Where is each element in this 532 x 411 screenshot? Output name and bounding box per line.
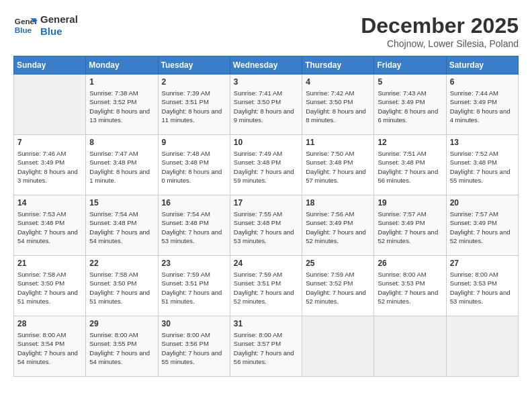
calendar-cell: 4Sunrise: 7:42 AMSunset: 3:50 PMDaylight…: [302, 75, 374, 135]
calendar-cell: 1Sunrise: 7:38 AMSunset: 3:52 PMDaylight…: [86, 75, 158, 135]
calendar-week-row: 7Sunrise: 7:46 AMSunset: 3:49 PMDaylight…: [14, 135, 519, 195]
day-info: Sunrise: 8:00 AMSunset: 3:53 PMDaylight:…: [378, 270, 442, 306]
day-number: 31: [234, 319, 298, 328]
calendar-cell: [302, 316, 374, 377]
calendar-cell: 31Sunrise: 8:00 AMSunset: 3:57 PMDayligh…: [230, 316, 302, 377]
day-info: Sunrise: 7:59 AMSunset: 3:51 PMDaylight:…: [234, 270, 298, 306]
day-number: 3: [234, 77, 298, 87]
day-number: 29: [89, 319, 154, 328]
day-info: Sunrise: 7:57 AMSunset: 3:49 PMDaylight:…: [450, 210, 515, 245]
weekday-header-tuesday: Tuesday: [158, 56, 230, 75]
calendar-cell: 27Sunrise: 8:00 AMSunset: 3:53 PMDayligh…: [446, 256, 518, 316]
weekday-header-thursday: Thursday: [302, 56, 374, 75]
logo-line2: Blue: [40, 26, 78, 38]
day-number: 16: [162, 198, 226, 208]
day-info: Sunrise: 8:00 AMSunset: 3:57 PMDaylight:…: [234, 330, 298, 366]
day-info: Sunrise: 7:44 AMSunset: 3:49 PMDaylight:…: [450, 89, 515, 124]
calendar-cell: 16Sunrise: 7:54 AMSunset: 3:48 PMDayligh…: [158, 195, 230, 256]
day-number: 7: [17, 138, 82, 147]
day-info: Sunrise: 7:52 AMSunset: 3:48 PMDaylight:…: [450, 149, 515, 185]
calendar-cell: 22Sunrise: 7:58 AMSunset: 3:50 PMDayligh…: [86, 256, 158, 316]
svg-text:Blue: Blue: [15, 26, 32, 34]
weekday-header-saturday: Saturday: [446, 56, 518, 75]
logo-icon: General Blue: [13, 13, 38, 38]
day-number: 22: [89, 259, 154, 268]
day-info: Sunrise: 8:00 AMSunset: 3:55 PMDaylight:…: [89, 330, 154, 366]
calendar-cell: 7Sunrise: 7:46 AMSunset: 3:49 PMDaylight…: [14, 135, 86, 195]
day-info: Sunrise: 7:48 AMSunset: 3:48 PMDaylight:…: [162, 149, 226, 185]
day-number: 8: [89, 138, 154, 147]
month-title: December 2025: [361, 13, 519, 38]
calendar-cell: 8Sunrise: 7:47 AMSunset: 3:48 PMDaylight…: [86, 135, 158, 195]
calendar-cell: 17Sunrise: 7:55 AMSunset: 3:48 PMDayligh…: [230, 195, 302, 256]
day-info: Sunrise: 8:00 AMSunset: 3:56 PMDaylight:…: [162, 330, 226, 366]
day-info: Sunrise: 7:59 AMSunset: 3:51 PMDaylight:…: [162, 270, 226, 306]
calendar-cell: 14Sunrise: 7:53 AMSunset: 3:48 PMDayligh…: [14, 195, 86, 256]
calendar-cell: 24Sunrise: 7:59 AMSunset: 3:51 PMDayligh…: [230, 256, 302, 316]
calendar-cell: 29Sunrise: 8:00 AMSunset: 3:55 PMDayligh…: [86, 316, 158, 377]
day-info: Sunrise: 7:47 AMSunset: 3:48 PMDaylight:…: [89, 149, 154, 185]
day-info: Sunrise: 7:46 AMSunset: 3:49 PMDaylight:…: [17, 149, 82, 185]
calendar-cell: 20Sunrise: 7:57 AMSunset: 3:49 PMDayligh…: [446, 195, 518, 256]
day-info: Sunrise: 7:51 AMSunset: 3:48 PMDaylight:…: [378, 149, 442, 185]
day-number: 25: [306, 259, 370, 268]
day-number: 30: [162, 319, 226, 328]
title-area: December 2025 Chojnow, Lower Silesia, Po…: [361, 13, 519, 49]
day-number: 14: [17, 198, 82, 208]
calendar-cell: 11Sunrise: 7:50 AMSunset: 3:48 PMDayligh…: [302, 135, 374, 195]
calendar-cell: 2Sunrise: 7:39 AMSunset: 3:51 PMDaylight…: [158, 75, 230, 135]
day-info: Sunrise: 7:54 AMSunset: 3:48 PMDaylight:…: [89, 210, 154, 245]
day-number: 27: [450, 259, 515, 268]
logo: General Blue General Blue: [13, 13, 78, 38]
header: General Blue General Blue December 2025 …: [13, 13, 519, 49]
weekday-header-sunday: Sunday: [14, 56, 86, 75]
day-info: Sunrise: 7:58 AMSunset: 3:50 PMDaylight:…: [89, 270, 154, 306]
calendar-cell: 25Sunrise: 7:59 AMSunset: 3:52 PMDayligh…: [302, 256, 374, 316]
day-info: Sunrise: 7:57 AMSunset: 3:49 PMDaylight:…: [378, 210, 442, 245]
day-number: 23: [162, 259, 226, 268]
weekday-header-wednesday: Wednesday: [230, 56, 302, 75]
day-number: 28: [17, 319, 82, 328]
day-number: 5: [378, 77, 442, 87]
calendar-week-row: 1Sunrise: 7:38 AMSunset: 3:52 PMDaylight…: [14, 75, 519, 135]
calendar-cell: 3Sunrise: 7:41 AMSunset: 3:50 PMDaylight…: [230, 75, 302, 135]
day-info: Sunrise: 7:38 AMSunset: 3:52 PMDaylight:…: [89, 89, 154, 124]
day-info: Sunrise: 7:50 AMSunset: 3:48 PMDaylight:…: [306, 149, 370, 185]
calendar-cell: 28Sunrise: 8:00 AMSunset: 3:54 PMDayligh…: [14, 316, 86, 377]
calendar-week-row: 21Sunrise: 7:58 AMSunset: 3:50 PMDayligh…: [14, 256, 519, 316]
day-number: 17: [234, 198, 298, 208]
weekday-header-monday: Monday: [86, 56, 158, 75]
calendar-week-row: 28Sunrise: 8:00 AMSunset: 3:54 PMDayligh…: [14, 316, 519, 377]
calendar-cell: 12Sunrise: 7:51 AMSunset: 3:48 PMDayligh…: [374, 135, 446, 195]
calendar-cell: 15Sunrise: 7:54 AMSunset: 3:48 PMDayligh…: [86, 195, 158, 256]
calendar-cell: 21Sunrise: 7:58 AMSunset: 3:50 PMDayligh…: [14, 256, 86, 316]
day-info: Sunrise: 7:58 AMSunset: 3:50 PMDaylight:…: [17, 270, 82, 306]
day-number: 9: [162, 138, 226, 147]
day-number: 12: [378, 138, 442, 147]
calendar-cell: 9Sunrise: 7:48 AMSunset: 3:48 PMDaylight…: [158, 135, 230, 195]
location-subtitle: Chojnow, Lower Silesia, Poland: [361, 38, 519, 49]
day-number: 6: [450, 77, 515, 87]
calendar-cell: [374, 316, 446, 377]
calendar-week-row: 14Sunrise: 7:53 AMSunset: 3:48 PMDayligh…: [14, 195, 519, 256]
day-number: 26: [378, 259, 442, 268]
day-info: Sunrise: 7:43 AMSunset: 3:49 PMDaylight:…: [378, 89, 442, 124]
day-info: Sunrise: 7:53 AMSunset: 3:48 PMDaylight:…: [17, 210, 82, 245]
day-number: 24: [234, 259, 298, 268]
day-number: 20: [450, 198, 515, 208]
day-number: 13: [450, 138, 515, 147]
day-number: 1: [89, 77, 154, 87]
day-info: Sunrise: 8:00 AMSunset: 3:54 PMDaylight:…: [17, 330, 82, 366]
day-info: Sunrise: 7:54 AMSunset: 3:48 PMDaylight:…: [162, 210, 226, 245]
weekday-header-friday: Friday: [374, 56, 446, 75]
weekday-header-row: SundayMondayTuesdayWednesdayThursdayFrid…: [14, 56, 519, 75]
day-number: 19: [378, 198, 442, 208]
calendar-cell: [446, 316, 518, 377]
day-info: Sunrise: 8:00 AMSunset: 3:53 PMDaylight:…: [450, 270, 515, 306]
day-number: 2: [162, 77, 226, 87]
day-number: 18: [306, 198, 370, 208]
day-number: 11: [306, 138, 370, 147]
calendar-cell: 26Sunrise: 8:00 AMSunset: 3:53 PMDayligh…: [374, 256, 446, 316]
day-number: 10: [234, 138, 298, 147]
day-info: Sunrise: 7:49 AMSunset: 3:48 PMDaylight:…: [234, 149, 298, 185]
